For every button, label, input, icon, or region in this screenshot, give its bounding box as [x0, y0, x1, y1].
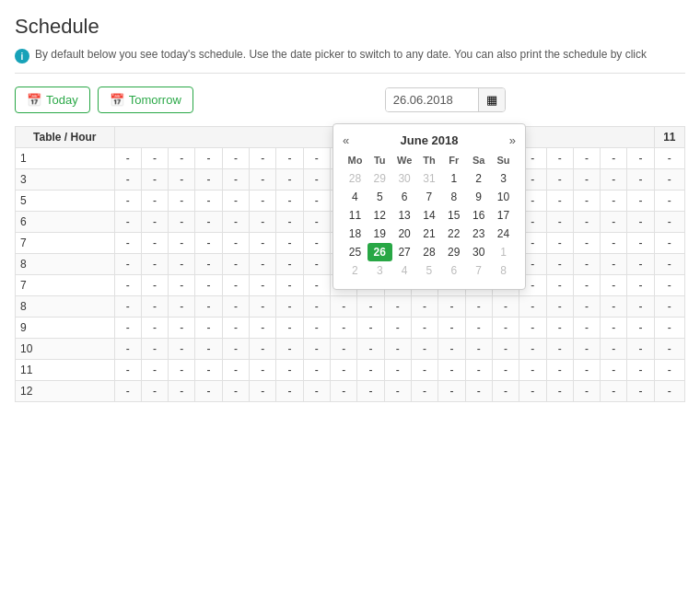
row-label: 8 — [16, 296, 115, 318]
table-cell: - — [303, 339, 330, 360]
table-cell: - — [601, 275, 627, 296]
table-cell: - — [492, 360, 519, 381]
table-cell: - — [601, 360, 627, 381]
calendar-prev-button[interactable]: « — [343, 133, 349, 147]
calendar-day[interactable]: 8 — [441, 188, 466, 206]
table-cell: - — [546, 275, 573, 296]
table-cell: - — [169, 148, 195, 169]
calendar-day[interactable]: 2 — [466, 169, 491, 188]
calendar-day[interactable]: 20 — [392, 225, 417, 243]
calendar-day[interactable]: 14 — [417, 206, 442, 225]
calendar-day[interactable]: 18 — [343, 225, 368, 243]
calendar-toggle-button[interactable]: ▦ — [478, 88, 505, 111]
table-cell: - — [195, 360, 222, 381]
calendar-day[interactable]: 8 — [491, 261, 516, 280]
calendar-day[interactable]: 4 — [392, 261, 417, 280]
table-row: 8 - - - - - - - - - - - - - - - - - - - … — [16, 296, 685, 318]
calendar-day[interactable]: 29 — [368, 169, 392, 188]
table-cell: - — [411, 381, 438, 402]
table-cell: - — [276, 191, 303, 212]
table-cell: - — [357, 339, 384, 360]
calendar-day[interactable]: 23 — [466, 225, 491, 243]
table-cell: - — [546, 169, 573, 191]
calendar-day[interactable]: 22 — [441, 225, 466, 243]
calendar-day[interactable]: 11 — [343, 206, 368, 225]
calendar-day[interactable]: 30 — [466, 243, 491, 261]
today-button[interactable]: 📅 Today — [15, 87, 90, 113]
table-cell: - — [573, 191, 600, 212]
calendar-day[interactable]: 5 — [417, 261, 442, 280]
table-cell: - — [114, 339, 141, 360]
table-cell: - — [169, 191, 195, 212]
calendar-day[interactable]: 9 — [466, 188, 491, 206]
calendar-day[interactable]: 31 — [417, 169, 442, 188]
table-cell: - — [627, 191, 654, 212]
calendar-header: « June 2018 » — [343, 133, 516, 147]
table-cell: - — [627, 233, 654, 254]
calendar-day[interactable]: 3 — [491, 169, 516, 188]
calendar-day[interactable]: 16 — [466, 206, 491, 225]
table-cell: - — [331, 339, 357, 360]
calendar-day[interactable]: 21 — [417, 225, 442, 243]
table-cell: - — [411, 339, 438, 360]
table-cell: - — [627, 275, 654, 296]
calendar-day[interactable]: 30 — [392, 169, 417, 188]
calendar-day[interactable]: 19 — [368, 225, 392, 243]
table-cell: - — [169, 339, 195, 360]
table-cell: - — [573, 169, 600, 191]
calendar-day[interactable]: 6 — [441, 261, 466, 280]
table-cell: - — [438, 318, 465, 339]
table-cell: - — [411, 360, 438, 381]
calendar-day[interactable]: 13 — [392, 206, 417, 225]
table-cell: - — [114, 381, 141, 402]
table-cell: - — [573, 148, 600, 169]
calendar-day[interactable]: 3 — [368, 261, 392, 280]
calendar-day[interactable]: 25 — [343, 243, 368, 261]
calendar-day[interactable]: 1 — [441, 169, 466, 188]
date-input[interactable] — [386, 88, 478, 111]
table-cell: - — [573, 318, 600, 339]
table-cell: - — [195, 254, 222, 275]
calendar-day[interactable]: 15 — [441, 206, 466, 225]
calendar-day[interactable]: 24 — [491, 225, 516, 243]
table-cell: - — [654, 191, 684, 212]
table-cell: - — [303, 318, 330, 339]
calendar-day[interactable]: 7 — [466, 261, 491, 280]
table-cell: - — [573, 212, 600, 233]
table-cell: - — [141, 169, 168, 191]
calendar-next-button[interactable]: » — [509, 133, 516, 147]
table-cell: - — [141, 318, 168, 339]
table-cell: - — [601, 169, 627, 191]
calendar-day[interactable]: 28 — [343, 169, 368, 188]
table-cell: - — [222, 191, 249, 212]
calendar-day[interactable]: 17 — [491, 206, 516, 225]
calendar-day[interactable]: 2 — [343, 261, 368, 280]
table-cell: - — [627, 212, 654, 233]
info-icon: i — [15, 49, 29, 64]
table-row: 10 - - - - - - - - - - - - - - - - - - -… — [16, 339, 685, 360]
tomorrow-button[interactable]: 📅 Tomorrow — [98, 87, 193, 113]
calendar-day[interactable]: 12 — [368, 206, 392, 225]
col-header-table-hour: Table / Hour — [16, 127, 115, 148]
table-cell: - — [654, 318, 684, 339]
table-cell: - — [654, 360, 684, 381]
table-row: 12 - - - - - - - - - - - - - - - - - - -… — [16, 381, 685, 402]
table-cell: - — [276, 339, 303, 360]
calendar-day[interactable]: 4 — [343, 188, 368, 206]
table-cell: - — [546, 233, 573, 254]
calendar-day[interactable]: 6 — [392, 188, 417, 206]
calendar-day[interactable]: 27 — [392, 243, 417, 261]
table-cell: - — [195, 381, 222, 402]
calendar-weekday: Su — [491, 153, 516, 169]
calendar-day[interactable]: 29 — [441, 243, 466, 261]
calendar-day[interactable]: 26 — [368, 243, 392, 261]
table-cell: - — [222, 169, 249, 191]
table-cell: - — [250, 275, 276, 296]
table-cell: - — [654, 212, 684, 233]
calendar-day[interactable]: 5 — [368, 188, 392, 206]
calendar-day[interactable]: 7 — [417, 188, 442, 206]
table-cell: - — [438, 339, 465, 360]
calendar-day[interactable]: 10 — [491, 188, 516, 206]
calendar-day[interactable]: 1 — [491, 243, 516, 261]
calendar-day[interactable]: 28 — [417, 243, 442, 261]
